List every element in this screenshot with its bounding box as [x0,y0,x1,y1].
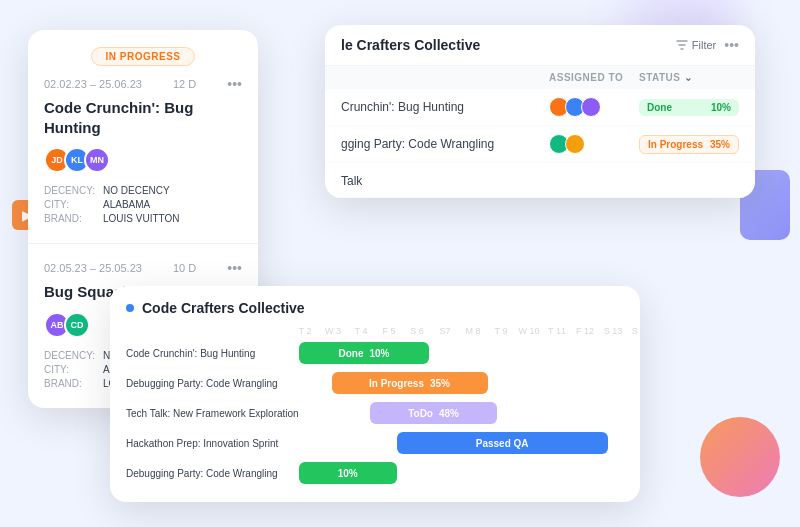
gantt-panel: Code Crafters Collective T 2 W 3 T 4 F 5… [110,286,640,502]
th-task [341,72,549,83]
week-t9: T 9 [487,326,515,336]
week-m8: M 8 [459,326,487,336]
card-in-progress: IN PROGRESS 02.02.23 – 25.06.23 12 D •••… [28,30,258,244]
gantt-week-row: T 2 W 3 T 4 F 5 S 6 S7 M 8 T 9 W 10 T 11… [110,326,640,342]
gantt-row-1: Code Crunchin': Bug Hunting Done 10% [126,342,624,364]
gantt-bar-area-5: 10% [299,462,624,484]
gantt-task-4: Hackathon Prep: Innovation Sprint [126,438,291,449]
row2-name: gging Party: Code Wrangling [341,137,549,151]
label2-city-key: CITY: [44,364,99,375]
card1-menu[interactable]: ••• [227,76,242,92]
week-f5: F 5 [375,326,403,336]
right-table-panel: le Crafters Collective Filter ••• ASSIGN… [325,25,755,198]
week-s14: S 14 [627,326,640,336]
gantt-body: Code Crunchin': Bug Hunting Done 10% Deb… [110,342,640,484]
label-decency-val: NO DECENCY [103,185,170,196]
row2-status: In Progress 35% [639,135,739,154]
card2-date: 02.05.23 – 25.05.23 [44,262,142,274]
week-t4: T 4 [347,326,375,336]
avatar-3: MN [84,147,110,173]
filter-icon [676,39,688,51]
gantt-row-4: Hackathon Prep: Innovation Sprint Passed… [126,432,624,454]
gantt-bar-label-2: In Progress [369,378,424,389]
gantt-bar-green: 10% [299,462,397,484]
label-brand-key: BRAND: [44,213,99,224]
card1-avatars: JD KL MN [44,147,242,173]
week-labels: T 2 W 3 T 4 F 5 S 6 S7 M 8 T 9 W 10 T 11… [291,326,640,336]
gantt-bar-label-3: ToDo [408,408,433,419]
table-row: Crunchin': Bug Hunting Done 10% [325,89,755,126]
gantt-task-1: Code Crunchin': Bug Hunting [126,348,291,359]
right-panel-header: le Crafters Collective Filter ••• [325,25,755,66]
label2-brand-key: BRAND: [44,378,99,389]
week-s6: S 6 [403,326,431,336]
week-f12: F 12 [571,326,599,336]
table-row: gging Party: Code Wrangling In Progress … [325,126,755,163]
gantt-bar-area-1: Done 10% [299,342,624,364]
row1-status-label: Done [647,102,672,113]
gantt-bar-in-progress: In Progress 35% [332,372,488,394]
gantt-task-3: Tech Talk: New Framework Exploration [126,408,299,419]
gantt-bar-todo: ToDo 48% [370,402,497,424]
card1-labels: DECENCY: NO DECENCY CITY: ALABAMA BRAND:… [44,185,242,224]
right-panel-menu[interactable]: ••• [724,37,739,53]
row2-avatars [549,134,639,154]
row3-name: Talk [341,174,362,188]
row2-percent: 35% [710,139,730,150]
row1-av3 [581,97,601,117]
row1-status: Done 10% [639,99,739,116]
th-status: STATUS ⌄ [639,72,739,83]
table-header: ASSIGNED TO STATUS ⌄ [325,66,755,89]
gantt-bar-label-1: Done [338,348,363,359]
gantt-bar-done: Done 10% [299,342,429,364]
gantt-spacer [126,326,291,336]
panel-actions: Filter ••• [676,37,739,53]
week-w3: W 3 [319,326,347,336]
gantt-bar-area-2: In Progress 35% [299,372,624,394]
label-decency-key: DECENCY: [44,185,99,196]
gantt-task-2: Debugging Party: Code Wrangling [126,378,291,389]
week-w10: W 10 [515,326,543,336]
row2-status-label: In Progress [648,139,703,150]
row1-avatars [549,97,639,117]
blue-dot [126,304,134,312]
week-s7: S7 [431,326,459,336]
label2-decency-key: DECENCY: [44,350,99,361]
gantt-row-2: Debugging Party: Code Wrangling In Progr… [126,372,624,394]
right-panel-title: le Crafters Collective [341,37,480,53]
gantt-row-3: Tech Talk: New Framework Exploration ToD… [126,402,624,424]
gantt-bar-pct-1: 10% [369,348,389,359]
gantt-title: Code Crafters Collective [142,300,305,316]
avatar-5: CD [64,312,90,338]
gantt-bar-pct-2: 35% [430,378,450,389]
status-badge-in-progress: IN PROGRESS [91,47,196,66]
decorative-orb-bottom-right [700,417,780,497]
gantt-header: Code Crafters Collective [110,300,640,326]
card2-menu[interactable]: ••• [227,260,242,276]
card1-days: 12 D [173,78,196,90]
card2-days: 10 D [173,262,196,274]
label-city-val: ALABAMA [103,199,150,210]
gantt-bar-pct-5: 10% [338,468,358,479]
table-row-truncated: Talk [325,163,755,198]
week-t11: T 11 [543,326,571,336]
th-assigned: ASSIGNED TO [549,72,639,83]
row1-name: Crunchin': Bug Hunting [341,100,549,114]
label-brand-val: LOUIS VUITTON [103,213,180,224]
card1-title: Code Crunchin': Bug Hunting [44,98,242,137]
gantt-bar-passed-qa: Passed QA [397,432,608,454]
gantt-row-5: Debugging Party: Code Wrangling 10% [126,462,624,484]
gantt-bar-pct-3: 48% [439,408,459,419]
week-s13: S 13 [599,326,627,336]
filter-label: Filter [692,39,716,51]
gantt-bar-area-3: ToDo 48% [307,402,624,424]
gantt-bar-label-4: Passed QA [476,438,529,449]
label-city-key: CITY: [44,199,99,210]
gantt-bar-area-4: Passed QA [299,432,624,454]
row2-av2 [565,134,585,154]
filter-button[interactable]: Filter [676,39,716,51]
week-t2: T 2 [291,326,319,336]
card1-date: 02.02.23 – 25.06.23 [44,78,142,90]
row1-percent: 10% [711,102,731,113]
gantt-task-5: Debugging Party: Code Wrangling [126,468,291,479]
